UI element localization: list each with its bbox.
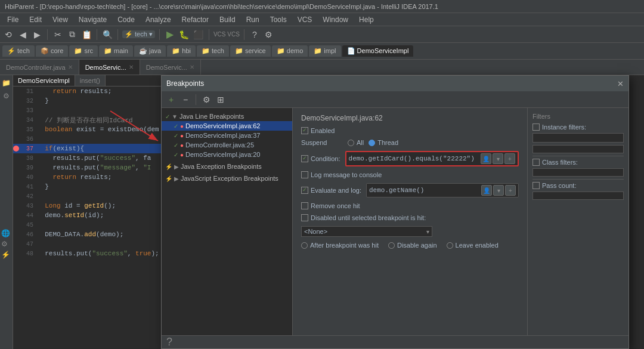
toolbar-btn-search[interactable]: 🔍 [101,29,113,41]
gear-icon-side[interactable]: ⚙ [1,240,10,248]
menu-edit[interactable]: Edit [24,14,47,25]
disable-again-radio[interactable]: Disable again [388,242,437,249]
toolbar-btn-cut[interactable]: ✂ [52,29,64,41]
menu-help[interactable]: Help [354,14,379,25]
help-btn[interactable]: ? [249,29,261,41]
menu-code[interactable]: Code [113,14,140,25]
toolbar-btn-copy[interactable]: ⧉ [66,29,78,41]
after-radio-btn-1[interactable] [301,242,308,249]
toolbar-btn-2[interactable]: ◀ [17,29,29,41]
toolbar-btn-paste[interactable]: 📋 [80,29,92,41]
dialog-remove-btn[interactable]: − [179,94,191,106]
evaluate-check[interactable]: Evaluate and log: [301,187,361,194]
run-btn[interactable]: ▶ [164,29,176,41]
dialog-settings-btn[interactable]: ⚙ [200,94,212,106]
tree-item-demoservice-37[interactable]: ✓ ● DemoServiceImpl.java:37 [162,131,292,140]
disabled-checkbox[interactable] [301,214,308,221]
file-tab-close[interactable]: ✕ [68,64,73,70]
remove-checkbox[interactable] [301,202,308,209]
log-check[interactable]: Log message to console [301,171,382,178]
settings-btn[interactable]: ⚙ [263,29,275,41]
nav-tab-src[interactable]: 📁 src [69,45,98,57]
project-icon[interactable]: 📁 [1,78,12,88]
nav-tab-java[interactable]: ☕ java [134,45,166,57]
all-radio-btn[interactable] [348,140,354,146]
condition-checkbox[interactable] [301,155,308,162]
toolbar-btn-1[interactable]: ⟲ [2,29,14,41]
condition-icon-down[interactable]: ▾ [493,153,503,164]
instance-checkbox[interactable] [532,123,540,131]
menu-tools[interactable]: Tools [265,14,292,25]
enabled-check[interactable]: Enabled [301,127,335,134]
menu-build[interactable]: Build [215,14,240,25]
file-tab-close2[interactable]: ✕ [129,64,134,70]
nav-tab-core[interactable]: 📦 core [36,45,68,57]
dialog-add-btn[interactable]: + [165,94,177,106]
tree-item-democontroller-25[interactable]: ✓ ● DemoController.java:25 [162,140,292,150]
file-tab-close3[interactable]: ✕ [190,64,194,70]
stop-btn[interactable]: ⬛ [193,29,205,41]
tree-item-demoservice-20[interactable]: ✓ ● DemoServiceImpl.java:20 [162,150,292,159]
after-radio-1[interactable]: After breakpoint was hit [301,242,379,249]
disabled-check[interactable]: Disabled until selected breakpoint is hi… [301,214,426,221]
disable-again-btn[interactable] [388,242,395,249]
menu-analyze[interactable]: Analyze [141,14,176,25]
condition-icon-plus[interactable]: + [504,153,515,164]
enabled-checkbox[interactable] [301,127,308,134]
condition-icon-person[interactable]: 👤 [481,153,491,164]
instance-filter-input[interactable] [532,133,624,143]
file-tab-democontroller[interactable]: DemoController.java ✕ [0,60,79,75]
file-tab-demoservice2[interactable]: DemoServic... ✕ [140,60,201,75]
all-radio[interactable]: All [348,139,364,146]
menu-navigate[interactable]: Navigate [74,14,112,25]
class-filter-value[interactable] [532,168,624,177]
project-selector[interactable]: ⚡ tech ▾ [122,30,155,38]
tree-group-js-exception-header[interactable]: ⚡ ▶ JavaScript Exception Breakpoints [162,174,292,183]
menu-file[interactable]: File [2,14,23,25]
nav-tab-service[interactable]: 📁 service [230,45,271,57]
instance-filter-value[interactable] [532,145,624,153]
leave-enabled-radio[interactable]: Leave enabled [447,242,499,249]
evaluate-icon-plus[interactable]: + [505,185,516,196]
menu-run[interactable]: Run [242,14,264,25]
log-checkbox[interactable] [301,171,308,178]
condition-input[interactable] [349,155,478,162]
file-tab-demoservice1[interactable]: DemoServic... ✕ [79,60,140,75]
code-tab-demoservice[interactable]: DemoServiceImpl [13,75,75,86]
class-checkbox[interactable] [532,159,540,166]
help-icon[interactable]: ? [166,336,172,348]
nav-tab-tech[interactable]: ⚡ tech [2,45,35,57]
evaluate-input-box[interactable]: 👤 ▾ + [366,183,519,197]
menu-refactor[interactable]: Refactor [177,14,213,25]
condition-input-box[interactable]: 👤 ▾ + [345,151,519,166]
web-icon[interactable]: 🌐 [1,229,10,237]
thread-radio-btn[interactable] [369,140,375,146]
pass-count-checkbox[interactable] [532,182,540,189]
pass-count-value[interactable] [532,192,624,200]
code-tab-insert[interactable]: insert() [75,75,106,86]
condition-check[interactable]: Condition: [301,155,340,162]
none-dropdown[interactable]: <None> ▾ [301,226,432,237]
dialog-expand-btn[interactable]: ⊞ [215,94,227,106]
evaluate-checkbox[interactable] [301,187,308,194]
menu-window[interactable]: Window [318,14,353,25]
nav-tab-demo[interactable]: 📁 demo [272,45,308,57]
evaluate-icon-person[interactable]: 👤 [481,185,492,196]
jrebel-icon[interactable]: ⚡ [1,251,10,259]
nav-tab-hbi[interactable]: 📁 hbi [167,45,196,57]
nav-tab-impl[interactable]: 📁 impl [309,45,340,57]
dialog-close-btn[interactable]: ✕ [617,79,624,88]
thread-radio[interactable]: Thread [369,139,398,146]
evaluate-input[interactable] [369,187,479,194]
debug-btn[interactable]: 🐛 [178,29,190,41]
remove-check[interactable]: Remove once hit [301,202,360,209]
nav-tab-main[interactable]: 📁 main [99,45,133,57]
toolbar-btn-3[interactable]: ▶ [31,29,43,41]
tree-item-demoservice-62[interactable]: ✓ ● DemoServiceImpl.java:62 [162,121,292,131]
menu-vcs[interactable]: VCS [293,14,317,25]
menu-view[interactable]: View [48,14,73,25]
nav-tab-tech2[interactable]: 📁 tech [197,45,229,57]
nav-tab-demoservice[interactable]: 📄 DemoServiceImpl [342,45,414,57]
evaluate-icon-down[interactable]: ▾ [493,185,504,196]
tree-group-java-exception-header[interactable]: ⚡ ▶ Java Exception Breakpoints [162,162,292,171]
